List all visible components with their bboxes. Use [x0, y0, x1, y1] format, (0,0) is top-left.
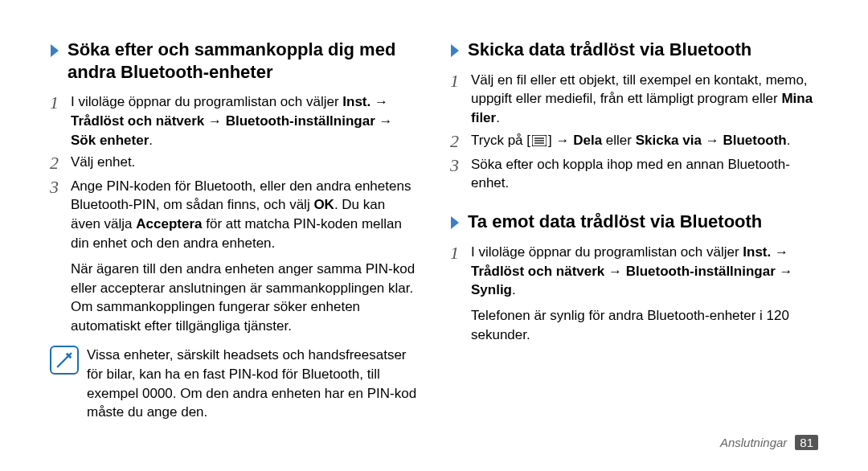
recv-step-1: 1 I viloläge öppnar du programlistan och… [450, 243, 818, 300]
step-number: 1 [450, 71, 471, 91]
step-number: 2 [450, 131, 471, 151]
chevron-right-icon [50, 43, 61, 58]
send-step-3: 3 Söka efter och koppla ihop med en anna… [450, 155, 818, 194]
step-body: I viloläge öppnar du programlistan och v… [471, 243, 818, 300]
text: Välj en fil eller ett objekt, till exemp… [471, 72, 808, 107]
text: ] → [548, 133, 573, 148]
right-column: Skicka data trådlöst via Bluetooth 1 Väl… [450, 39, 818, 442]
step-number: 1 [450, 243, 471, 263]
section-title: Söka efter och sammankoppla dig med andr… [68, 39, 418, 83]
step-body: Ange PIN-koden för Bluetooth, eller den … [71, 177, 418, 253]
step-1: 1 I viloläge öppnar du programlistan och… [50, 92, 418, 149]
arrow: → [771, 244, 788, 260]
send-step-2: 2 Tryck på [] → Dela eller Skicka via → … [450, 131, 818, 152]
text-bold: Sök enheter [71, 133, 149, 148]
text-bold: Synlig [471, 282, 512, 297]
page-footer: Anslutningar 81 [720, 435, 818, 450]
section-send-data: Skicka data trådlöst via Bluetooth [450, 39, 818, 61]
text: . [496, 110, 500, 125]
text-bold: Inst. [342, 94, 371, 109]
recv-extra: Telefonen är synlig för andra Bluetooth-… [471, 306, 818, 345]
step-3: 3 Ange PIN-koden för Bluetooth, eller de… [50, 177, 418, 253]
text: I viloläge öppnar du programlistan och v… [71, 94, 342, 109]
step-body: Välj en fil eller ett objekt, till exemp… [471, 71, 818, 128]
text: eller [602, 133, 636, 148]
text: Tryck på [ [471, 133, 530, 148]
note-body: Vissa enheter, särskilt headsets och han… [87, 346, 418, 422]
text-bold: Bluetooth [723, 133, 786, 148]
arrow: → [604, 264, 625, 279]
text-bold: Bluetooth-inställningar [226, 113, 375, 129]
arrow: → [776, 264, 793, 279]
text: . [512, 282, 516, 297]
text: . [787, 133, 791, 148]
footer-section-label: Anslutningar [720, 436, 787, 449]
text: I viloläge öppnar du programlistan och v… [471, 244, 743, 260]
step-body: I viloläge öppnar du programlistan och v… [71, 92, 418, 149]
text-bold: Trådlöst och nätverk [471, 264, 604, 279]
section-pair-devices: Söka efter och sammankoppla dig med andr… [50, 39, 418, 83]
note-icon [50, 346, 79, 375]
chevron-right-icon [450, 43, 461, 58]
text-bold: Dela [573, 133, 602, 148]
section-title: Skicka data trådlöst via Bluetooth [468, 39, 751, 61]
step-number: 3 [50, 177, 71, 197]
section-receive-data: Ta emot data trådlöst via Bluetooth [450, 211, 818, 233]
step-body: Söka efter och koppla ihop med en annan … [471, 155, 818, 194]
step-number: 1 [50, 92, 71, 113]
step-3-extra: När ägaren till den andra enheten anger … [71, 260, 418, 336]
arrow: → [375, 113, 393, 129]
section-title: Ta emot data trådlöst via Bluetooth [468, 211, 762, 233]
text-bold: Acceptera [136, 216, 202, 231]
step-body: Tryck på [] → Dela eller Skicka via → Bl… [471, 131, 790, 152]
note: Vissa enheter, särskilt headsets och han… [50, 346, 418, 422]
text: . [149, 133, 153, 148]
page-number: 81 [795, 435, 818, 450]
page: Söka efter och sammankoppla dig med andr… [0, 0, 868, 471]
text-bold: Skicka via [636, 133, 702, 148]
text-bold: Bluetooth-inställningar [626, 264, 776, 279]
step-number: 3 [450, 155, 471, 175]
send-step-1: 1 Välj en fil eller ett objekt, till exe… [450, 71, 818, 128]
step-body: Välj enhet. [71, 153, 135, 172]
left-column: Söka efter och sammankoppla dig med andr… [50, 39, 418, 442]
chevron-right-icon [450, 215, 461, 230]
text-bold: Trådlöst och nätverk [71, 113, 204, 129]
text-bold: OK [313, 197, 334, 212]
step-2: 2 Välj enhet. [50, 153, 418, 173]
menu-icon [532, 133, 547, 152]
text-bold: Inst. [743, 244, 771, 260]
arrow: → [702, 133, 723, 148]
arrow: → [204, 113, 225, 129]
step-number: 2 [50, 153, 71, 173]
arrow: → [371, 94, 388, 109]
